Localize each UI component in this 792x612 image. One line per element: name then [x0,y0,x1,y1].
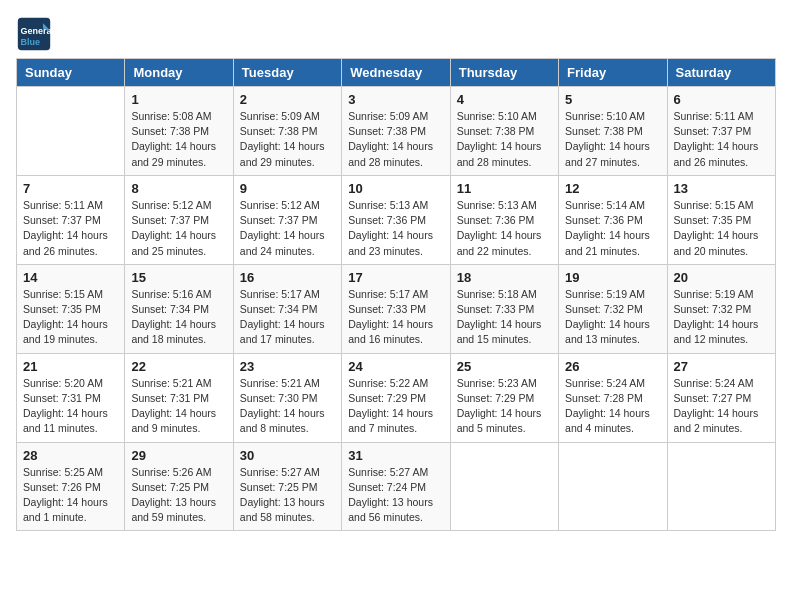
day-info: Sunrise: 5:08 AMSunset: 7:38 PMDaylight:… [131,109,226,170]
day-number: 21 [23,359,118,374]
calendar-cell: 2Sunrise: 5:09 AMSunset: 7:38 PMDaylight… [233,87,341,176]
calendar-body: 1Sunrise: 5:08 AMSunset: 7:38 PMDaylight… [17,87,776,531]
weekday-header-cell: Tuesday [233,59,341,87]
day-info: Sunrise: 5:11 AMSunset: 7:37 PMDaylight:… [23,198,118,259]
calendar-cell: 20Sunrise: 5:19 AMSunset: 7:32 PMDayligh… [667,264,775,353]
calendar-cell: 18Sunrise: 5:18 AMSunset: 7:33 PMDayligh… [450,264,558,353]
calendar-week-row: 14Sunrise: 5:15 AMSunset: 7:35 PMDayligh… [17,264,776,353]
day-info: Sunrise: 5:19 AMSunset: 7:32 PMDaylight:… [565,287,660,348]
calendar-cell: 29Sunrise: 5:26 AMSunset: 7:25 PMDayligh… [125,442,233,531]
day-info: Sunrise: 5:12 AMSunset: 7:37 PMDaylight:… [131,198,226,259]
calendar-cell: 30Sunrise: 5:27 AMSunset: 7:25 PMDayligh… [233,442,341,531]
calendar-cell: 9Sunrise: 5:12 AMSunset: 7:37 PMDaylight… [233,175,341,264]
calendar-cell: 14Sunrise: 5:15 AMSunset: 7:35 PMDayligh… [17,264,125,353]
day-info: Sunrise: 5:18 AMSunset: 7:33 PMDaylight:… [457,287,552,348]
calendar-week-row: 7Sunrise: 5:11 AMSunset: 7:37 PMDaylight… [17,175,776,264]
day-info: Sunrise: 5:21 AMSunset: 7:31 PMDaylight:… [131,376,226,437]
day-number: 28 [23,448,118,463]
day-number: 25 [457,359,552,374]
day-info: Sunrise: 5:15 AMSunset: 7:35 PMDaylight:… [674,198,769,259]
calendar-cell: 3Sunrise: 5:09 AMSunset: 7:38 PMDaylight… [342,87,450,176]
calendar-week-row: 28Sunrise: 5:25 AMSunset: 7:26 PMDayligh… [17,442,776,531]
day-info: Sunrise: 5:24 AMSunset: 7:27 PMDaylight:… [674,376,769,437]
day-number: 7 [23,181,118,196]
calendar-cell: 22Sunrise: 5:21 AMSunset: 7:31 PMDayligh… [125,353,233,442]
calendar-cell [559,442,667,531]
day-info: Sunrise: 5:16 AMSunset: 7:34 PMDaylight:… [131,287,226,348]
day-number: 29 [131,448,226,463]
calendar-cell: 28Sunrise: 5:25 AMSunset: 7:26 PMDayligh… [17,442,125,531]
day-info: Sunrise: 5:17 AMSunset: 7:33 PMDaylight:… [348,287,443,348]
logo: General Blue [16,16,54,52]
calendar-cell: 17Sunrise: 5:17 AMSunset: 7:33 PMDayligh… [342,264,450,353]
day-info: Sunrise: 5:14 AMSunset: 7:36 PMDaylight:… [565,198,660,259]
day-number: 23 [240,359,335,374]
day-number: 17 [348,270,443,285]
day-info: Sunrise: 5:13 AMSunset: 7:36 PMDaylight:… [348,198,443,259]
day-info: Sunrise: 5:21 AMSunset: 7:30 PMDaylight:… [240,376,335,437]
day-number: 18 [457,270,552,285]
svg-text:Blue: Blue [21,37,41,47]
day-number: 27 [674,359,769,374]
day-info: Sunrise: 5:10 AMSunset: 7:38 PMDaylight:… [565,109,660,170]
weekday-header-cell: Friday [559,59,667,87]
day-number: 12 [565,181,660,196]
day-info: Sunrise: 5:19 AMSunset: 7:32 PMDaylight:… [674,287,769,348]
calendar-cell: 19Sunrise: 5:19 AMSunset: 7:32 PMDayligh… [559,264,667,353]
day-number: 10 [348,181,443,196]
calendar-cell: 1Sunrise: 5:08 AMSunset: 7:38 PMDaylight… [125,87,233,176]
day-number: 11 [457,181,552,196]
calendar-cell: 21Sunrise: 5:20 AMSunset: 7:31 PMDayligh… [17,353,125,442]
day-number: 14 [23,270,118,285]
day-info: Sunrise: 5:24 AMSunset: 7:28 PMDaylight:… [565,376,660,437]
day-info: Sunrise: 5:12 AMSunset: 7:37 PMDaylight:… [240,198,335,259]
calendar-cell: 8Sunrise: 5:12 AMSunset: 7:37 PMDaylight… [125,175,233,264]
day-number: 2 [240,92,335,107]
logo-icon: General Blue [16,16,52,52]
calendar-cell: 15Sunrise: 5:16 AMSunset: 7:34 PMDayligh… [125,264,233,353]
day-info: Sunrise: 5:25 AMSunset: 7:26 PMDaylight:… [23,465,118,526]
day-number: 1 [131,92,226,107]
calendar-cell [17,87,125,176]
weekday-header-cell: Monday [125,59,233,87]
day-info: Sunrise: 5:11 AMSunset: 7:37 PMDaylight:… [674,109,769,170]
weekday-header-cell: Sunday [17,59,125,87]
day-number: 8 [131,181,226,196]
day-info: Sunrise: 5:15 AMSunset: 7:35 PMDaylight:… [23,287,118,348]
calendar-cell [667,442,775,531]
day-number: 22 [131,359,226,374]
day-number: 3 [348,92,443,107]
day-info: Sunrise: 5:27 AMSunset: 7:25 PMDaylight:… [240,465,335,526]
weekday-header-cell: Thursday [450,59,558,87]
day-number: 9 [240,181,335,196]
day-number: 5 [565,92,660,107]
calendar-cell: 31Sunrise: 5:27 AMSunset: 7:24 PMDayligh… [342,442,450,531]
day-number: 16 [240,270,335,285]
calendar-week-row: 1Sunrise: 5:08 AMSunset: 7:38 PMDaylight… [17,87,776,176]
day-info: Sunrise: 5:23 AMSunset: 7:29 PMDaylight:… [457,376,552,437]
day-number: 20 [674,270,769,285]
calendar-cell: 24Sunrise: 5:22 AMSunset: 7:29 PMDayligh… [342,353,450,442]
day-info: Sunrise: 5:26 AMSunset: 7:25 PMDaylight:… [131,465,226,526]
calendar-cell: 27Sunrise: 5:24 AMSunset: 7:27 PMDayligh… [667,353,775,442]
day-number: 24 [348,359,443,374]
calendar-cell: 5Sunrise: 5:10 AMSunset: 7:38 PMDaylight… [559,87,667,176]
calendar-cell: 6Sunrise: 5:11 AMSunset: 7:37 PMDaylight… [667,87,775,176]
day-number: 26 [565,359,660,374]
day-number: 13 [674,181,769,196]
weekday-header-row: SundayMondayTuesdayWednesdayThursdayFrid… [17,59,776,87]
weekday-header-cell: Wednesday [342,59,450,87]
calendar-cell [450,442,558,531]
weekday-header-cell: Saturday [667,59,775,87]
day-number: 4 [457,92,552,107]
day-number: 30 [240,448,335,463]
day-number: 6 [674,92,769,107]
calendar-cell: 13Sunrise: 5:15 AMSunset: 7:35 PMDayligh… [667,175,775,264]
calendar-cell: 25Sunrise: 5:23 AMSunset: 7:29 PMDayligh… [450,353,558,442]
day-info: Sunrise: 5:10 AMSunset: 7:38 PMDaylight:… [457,109,552,170]
day-number: 31 [348,448,443,463]
calendar-table: SundayMondayTuesdayWednesdayThursdayFrid… [16,58,776,531]
calendar-cell: 12Sunrise: 5:14 AMSunset: 7:36 PMDayligh… [559,175,667,264]
calendar-cell: 10Sunrise: 5:13 AMSunset: 7:36 PMDayligh… [342,175,450,264]
calendar-cell: 7Sunrise: 5:11 AMSunset: 7:37 PMDaylight… [17,175,125,264]
